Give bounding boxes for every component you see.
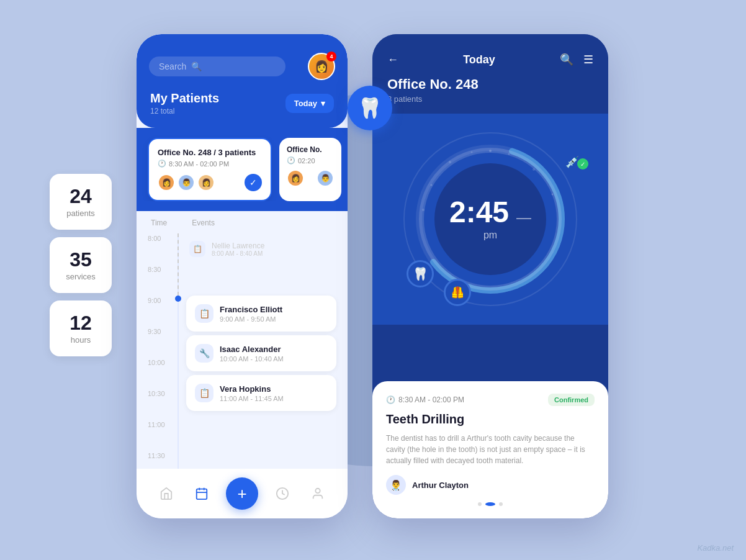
stat-card-services: 35 services	[50, 237, 112, 293]
nav-home[interactable]	[155, 482, 178, 505]
notification-badge: 4	[326, 52, 336, 61]
time-800: 8:00	[148, 233, 170, 264]
timeline-line	[178, 233, 179, 482]
time-900: 9:00	[148, 296, 170, 327]
patient-avatar-2: 👨	[178, 174, 195, 191]
event-spacer	[186, 264, 336, 296]
events-column: 📋 Nellie Lawrence 8:00 AM - 8:40 AM 📋 Fr…	[186, 233, 336, 482]
time-830: 8:30	[148, 264, 170, 296]
svg-point-5	[315, 489, 320, 493]
patients-subtitle: 12 total	[150, 107, 219, 115]
timeline-times: 8:00 8:30 9:00 9:30 10:00 10:30 11:00 11…	[148, 233, 170, 482]
today-button[interactable]: Today ▾	[285, 94, 334, 113]
search-icon-right[interactable]: 🔍	[560, 53, 573, 66]
ghost-event: 📋 Nellie Lawrence 8:00 AM - 8:40 AM	[186, 233, 336, 264]
stat-number-services: 35	[70, 250, 92, 269]
clock-area: 2:45 — pm 🦷 🦺 💉 ✓	[372, 114, 608, 325]
right-phone-header: ← Today 🔍 ☰	[372, 34, 608, 76]
nav-clock[interactable]	[271, 482, 294, 505]
stat-label-patients: patients	[66, 209, 95, 218]
event-time-3: 11:00 AM - 11:45 AM	[220, 395, 328, 402]
event-time-2: 10:00 AM - 10:40 AM	[220, 355, 328, 363]
clock-tooth-float-icon[interactable]: 🦷	[407, 260, 434, 287]
clock-time: 2:45	[449, 197, 509, 227]
syringe-check-icon: ✓	[577, 158, 588, 169]
stat-card-patients: 24 patients	[50, 174, 112, 230]
event-info-3: Vera Hopkins 11:00 AM - 11:45 AM	[220, 384, 328, 402]
fab-add-button[interactable]: +	[226, 477, 258, 510]
office-cards-row: Office No. 248 / 3 patients 🕐 8:30 AM - …	[137, 128, 348, 201]
search-icon: 🔍	[191, 61, 202, 71]
office-card-2-title: Office No.	[287, 145, 334, 154]
back-arrow-icon[interactable]: ←	[387, 53, 398, 66]
patient-avatar-4: 👩	[287, 169, 304, 187]
stat-card-hours: 12 hours	[50, 300, 112, 356]
event-name-3: Vera Hopkins	[220, 384, 328, 394]
appointment-title: Teeth Drilling	[386, 412, 595, 427]
event-info-2: Isaac Alexander 10:00 AM - 10:40 AM	[220, 345, 328, 363]
menu-icon-right[interactable]: ☰	[583, 53, 593, 66]
doctor-info: 👨‍⚕️ Arthur Clayton	[386, 475, 595, 495]
stat-cards: 24 patients 35 services 12 hours	[50, 174, 112, 356]
clock-icon-appt: 🕐	[386, 395, 395, 404]
appointment-dots	[386, 502, 595, 506]
event-icon-2: 🔧	[195, 344, 213, 363]
ghost-event-info: Nellie Lawrence 8:00 AM - 8:40 AM	[212, 242, 264, 257]
phone-right: ← Today 🔍 ☰ Office No. 248 3 patients	[372, 34, 608, 518]
chevron-down-icon: ▾	[321, 99, 325, 108]
appointment-header: 🕐 8:30 AM - 02:00 PM Confirmed	[386, 394, 595, 406]
phone-left: Search 🔍 👩 4 My Patients 12 total Today …	[137, 34, 348, 518]
appointment-time: 🕐 8:30 AM - 02:00 PM	[386, 395, 464, 404]
right-phone-title: Today	[463, 53, 495, 66]
clock-icon-2: 🕐	[287, 156, 295, 165]
event-icon-1: 📋	[195, 304, 213, 323]
time-col-header: Time	[151, 219, 167, 227]
patient-avatar-1: 👩	[158, 174, 175, 191]
timeline-body: 8:00 8:30 9:00 9:30 10:00 10:30 11:00 11…	[148, 233, 336, 482]
event-card-2[interactable]: 🔧 Isaac Alexander 10:00 AM - 10:40 AM	[186, 335, 336, 371]
left-phone-header: Search 🔍 👩 4 My Patients 12 total Today …	[137, 34, 348, 128]
timeline-dot	[175, 296, 181, 302]
patients-header: My Patients 12 total Today ▾	[149, 91, 335, 115]
check-icon: ✓	[245, 174, 262, 191]
event-icon-3: 📋	[195, 384, 213, 402]
nav-calendar[interactable]	[191, 482, 213, 505]
stat-number-hours: 12	[70, 313, 92, 333]
time-1100: 11:00	[148, 420, 170, 451]
avatar-notif[interactable]: 👩 4	[308, 53, 335, 80]
dot-3	[499, 502, 503, 506]
events-col-header: Events	[192, 219, 215, 227]
right-office-info: Office No. 248 3 patients	[372, 76, 608, 114]
clock-implant-float-icon[interactable]: 🦺	[444, 279, 471, 306]
doctor-name: Arthur Clayton	[412, 481, 469, 490]
office-card-2-avatars: 👩 👨	[287, 169, 334, 187]
patient-avatar-3: 👩	[197, 174, 215, 191]
patients-title: My Patients	[150, 91, 219, 106]
patients-title-block: My Patients 12 total	[150, 91, 219, 115]
dot-1	[478, 502, 482, 506]
clock-ampm: pm	[483, 230, 497, 241]
event-info-1: Francisco Elliott 9:00 AM - 9:50 AM	[220, 305, 328, 323]
event-name-1: Francisco Elliott	[220, 305, 328, 314]
event-card-1[interactable]: 📋 Francisco Elliott 9:00 AM - 9:50 AM	[186, 296, 336, 332]
watermark: Kadka.net	[697, 543, 734, 553]
ghost-event-name: Nellie Lawrence	[212, 242, 264, 250]
stat-label-services: services	[66, 272, 96, 281]
event-card-3[interactable]: 📋 Vera Hopkins 11:00 AM - 11:45 AM	[186, 375, 336, 411]
office-card-1-title: Office No. 248 / 3 patients	[158, 148, 262, 157]
nav-person[interactable]	[307, 482, 329, 505]
stat-number-patients: 24	[70, 186, 92, 206]
stat-label-hours: hours	[71, 335, 91, 345]
appointment-description: The dentist has to drill a Arthur's toot…	[386, 433, 595, 466]
search-bar[interactable]: Search 🔍	[149, 56, 285, 76]
dot-2-active	[485, 502, 495, 506]
timeline: Time Events 8:00 8:30 9:00 9:30 10:00 10…	[137, 211, 348, 489]
timeline-header: Time Events	[148, 219, 336, 227]
event-time-1: 9:00 AM - 9:50 AM	[220, 315, 328, 323]
ghost-event-icon: 📋	[189, 241, 205, 257]
office-card-1[interactable]: Office No. 248 / 3 patients 🕐 8:30 AM - …	[148, 138, 272, 201]
office-card-1-avatars: 👩 👨 👩 ✓	[158, 174, 262, 191]
office-card-2[interactable]: Office No. 🕐 02:20 👩 👨	[279, 138, 341, 201]
timeline-dashed	[178, 233, 179, 296]
right-header-icons: 🔍 ☰	[560, 53, 593, 66]
